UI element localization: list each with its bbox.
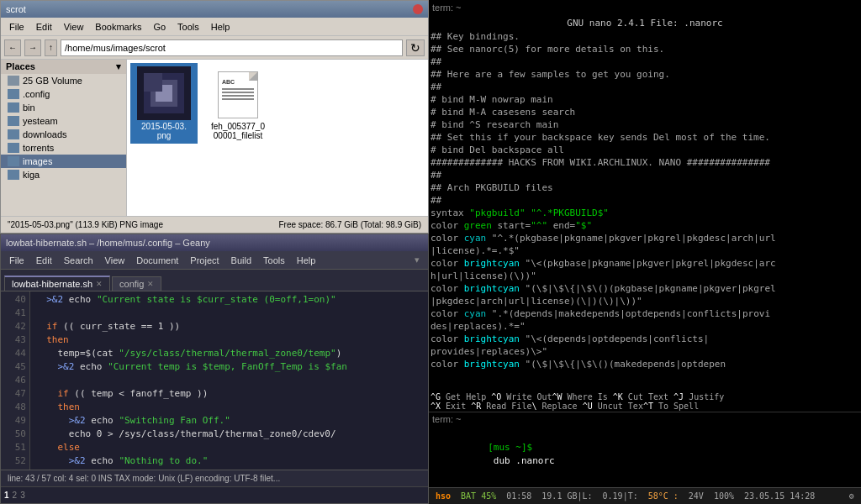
geany-menu-edit[interactable]: Edit bbox=[31, 254, 57, 267]
folder-icon bbox=[8, 102, 19, 113]
term-titlebar: term: ~ bbox=[429, 412, 861, 426]
nav-reload-button[interactable]: ↻ bbox=[406, 39, 425, 56]
fm-sidebar: Places ▾ 25 GB Volume .config bin bbox=[1, 60, 127, 216]
geany-expand-icon[interactable]: ▾ bbox=[409, 253, 425, 267]
code-line: then bbox=[35, 401, 423, 414]
geany-menu-file[interactable]: File bbox=[4, 254, 29, 267]
geany-menu-build[interactable]: Build bbox=[226, 254, 256, 267]
fm-file-txt[interactable]: ABC feh_005377_000001_filelist bbox=[204, 63, 272, 144]
fm-file-png-label: 2015-05-03.png bbox=[141, 122, 187, 140]
code-line: temp=$(cat "/sys/class/thermal/thermal_z… bbox=[35, 347, 423, 360]
sidebar-item-volume[interactable]: 25 GB Volume bbox=[1, 74, 126, 87]
sidebar-item-label: kiga bbox=[23, 170, 40, 180]
geany-tab-close-icon[interactable]: ✕ bbox=[147, 280, 154, 288]
left-panel: scrot File Edit View Bookmarks Go Tools … bbox=[0, 0, 429, 504]
fm-statusbar: "2015-05-03.png" (113.9 KiB) PNG image F… bbox=[1, 216, 428, 233]
fm-title: scrot bbox=[6, 4, 26, 14]
geany-tab-lowbat[interactable]: lowbat-hibernate.sh ✕ bbox=[4, 276, 110, 291]
sidebar-item-bin[interactable]: bin bbox=[1, 101, 126, 114]
nano-help-bar: ^G Get Help ^O Write Out^W Where Is ^K C… bbox=[429, 391, 861, 412]
term-prompt: [mus ~]$ bbox=[488, 442, 532, 453]
code-line bbox=[35, 307, 423, 320]
term-line: [mus ~]$ dub .nanorc bbox=[432, 428, 858, 481]
sidebar-item-label: torrents bbox=[23, 143, 54, 153]
fm-files-area: 2015-05-03.png ABC feh_005377_000001_fil… bbox=[127, 60, 428, 216]
fm-content: Places ▾ 25 GB Volume .config bin bbox=[1, 60, 428, 216]
png-file-icon bbox=[137, 66, 191, 120]
geany-titlebar: lowbat-hibernate.sh – /home/mus/.config … bbox=[1, 234, 428, 251]
geany-window: lowbat-hibernate.sh – /home/mus/.config … bbox=[0, 234, 429, 504]
nav-back-button[interactable]: ← bbox=[4, 39, 21, 56]
sidebar-item-label: 25 GB Volume bbox=[23, 76, 82, 86]
settings-icon[interactable]: ⚙ bbox=[849, 491, 854, 501]
fm-menu-tools[interactable]: Tools bbox=[172, 20, 204, 34]
code-line: if (( curr_state == 1 )) bbox=[35, 320, 423, 333]
sidebar-item-torrents[interactable]: torrents bbox=[1, 141, 126, 155]
sidebar-item-downloads[interactable]: downloads bbox=[1, 128, 126, 141]
geany-menu-view[interactable]: View bbox=[100, 254, 130, 267]
nano-help-line2: ^X Exit ^R Read File\ Replace ^U Uncut T… bbox=[430, 402, 859, 411]
fm-menu-go[interactable]: Go bbox=[148, 20, 171, 34]
fm-path-input[interactable] bbox=[61, 39, 403, 56]
fm-toolbar: ← → ↑ ↻ bbox=[1, 36, 428, 60]
geany-menu-document[interactable]: Document bbox=[131, 254, 183, 267]
fm-menu-bookmarks[interactable]: Bookmarks bbox=[90, 20, 146, 34]
geany-tab-close-icon[interactable]: ✕ bbox=[96, 280, 103, 288]
fm-sidebar-header: Places ▾ bbox=[1, 60, 126, 74]
nano-content[interactable]: ## Key bindings. ## See nanorc(5) for mo… bbox=[429, 30, 861, 391]
fm-titlebar: scrot bbox=[1, 1, 428, 18]
nano-line: ## Set this if your backspace key sends … bbox=[430, 131, 859, 144]
geany-tab-label: lowbat-hibernate.sh bbox=[12, 279, 92, 289]
nano-line: color brightcyan "\<(depends|optdepends|… bbox=[430, 333, 859, 345]
sidebar-item-config[interactable]: .config bbox=[1, 87, 126, 101]
drive-icon bbox=[8, 76, 19, 86]
sys-bar-left: hso BAT 45% 01:58 19.1 GB|L: 0.19|T: 58°… bbox=[436, 491, 815, 501]
fm-menu-help[interactable]: Help bbox=[206, 20, 235, 34]
code-line: if (( temp < fanoff_temp )) bbox=[35, 387, 423, 401]
geany-menu-search[interactable]: Search bbox=[59, 254, 98, 267]
nano-line: ## bbox=[430, 55, 859, 68]
nano-header-bar: GNU nano 2.4.1 File: .nanorc bbox=[429, 15, 861, 30]
term-content[interactable]: [mus ~]$ dub .nanorc [mus ~]$ scrot $(da… bbox=[429, 426, 861, 487]
nano-line: # bind ^S research main bbox=[430, 118, 859, 131]
geany-menu-tools[interactable]: Tools bbox=[258, 254, 290, 267]
fm-menu-edit[interactable]: Edit bbox=[31, 20, 57, 34]
fm-file-png[interactable]: 2015-05-03.png bbox=[130, 63, 198, 144]
geany-statusbar: line: 43 / 57 col: 4 sel: 0 INS TAX mode… bbox=[1, 470, 428, 486]
folder-icon bbox=[8, 89, 19, 99]
close-btn[interactable] bbox=[413, 4, 423, 14]
sidebar-item-kiga[interactable]: kiga bbox=[1, 168, 126, 181]
fm-status-right: Free space: 86.7 GiB (Total: 98.9 GiB) bbox=[278, 220, 421, 229]
code-line: echo 0 > /sys/class/thermal/thermal_zone… bbox=[35, 428, 423, 441]
datetime-display: 23.05.15 14:28 bbox=[744, 491, 815, 501]
nano-window: term: ~ GNU nano 2.4.1 File: .nanorc ## … bbox=[429, 0, 861, 412]
nano-line: |pkgdesc|arch|url|license)(\|)(\)|\))" bbox=[430, 295, 859, 307]
sidebar-item-images[interactable]: images bbox=[1, 155, 126, 168]
geany-menu-help[interactable]: Help bbox=[292, 254, 321, 267]
sidebar-collapse-icon[interactable]: ▾ bbox=[116, 61, 121, 72]
main-container: scrot File Edit View Bookmarks Go Tools … bbox=[0, 0, 861, 504]
nav-forward-button[interactable]: → bbox=[24, 39, 41, 56]
brightness-info: 100% bbox=[714, 491, 734, 501]
code-line: >&2 echo "Switching Fan Off." bbox=[35, 414, 423, 428]
geany-menu-project[interactable]: Project bbox=[185, 254, 224, 267]
sys-bar-right: ⚙ bbox=[849, 491, 854, 501]
nano-line: color cyan "^.*(pkgbase|pkgname|pkgver|p… bbox=[430, 232, 859, 244]
fm-menu-file[interactable]: File bbox=[4, 20, 29, 34]
geany-bottom-tab-1[interactable]: 1 bbox=[4, 491, 9, 500]
nano-text-label: Text bbox=[648, 392, 668, 402]
sidebar-item-yesteam[interactable]: yesteam bbox=[1, 114, 126, 128]
geany-bottom-tab-2[interactable]: 2 bbox=[13, 491, 18, 500]
folder-icon bbox=[8, 129, 19, 139]
term-cmd: dub .nanorc bbox=[488, 455, 554, 466]
fm-menu-view[interactable]: View bbox=[59, 20, 89, 34]
nav-up-button[interactable]: ↑ bbox=[45, 39, 57, 56]
time-display: 01:58 bbox=[506, 491, 531, 501]
hso-indicator: hso bbox=[436, 491, 451, 501]
geany-bottom-tab-3[interactable]: 3 bbox=[20, 491, 25, 500]
code-area[interactable]: >&2 echo "Current state is $curr_state (… bbox=[30, 291, 428, 470]
nano-line: ## See nanorc(5) for more details on thi… bbox=[430, 43, 859, 55]
sidebar-item-label: images bbox=[23, 156, 52, 166]
nano-line: ## bbox=[430, 194, 859, 207]
geany-tab-config[interactable]: config ✕ bbox=[112, 276, 161, 291]
